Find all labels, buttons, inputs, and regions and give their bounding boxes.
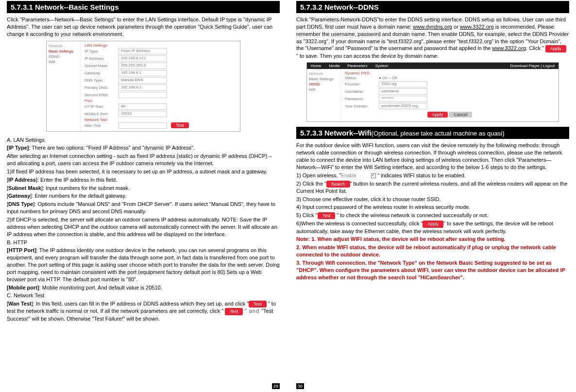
apply-inline-button[interactable]: Apply xyxy=(545,45,566,52)
page-number: 29 xyxy=(272,383,280,389)
page-left: 5.7.3.1 Network--Basic Settings Click "P… xyxy=(0,0,287,392)
section-title-ddns: 5.7.3.2 Network--DDNS xyxy=(296,1,569,13)
apply-wifi-button[interactable]: Apply xyxy=(423,221,443,227)
section-title-wifi: 5.7.3.3 Network--Wifi(Optional, please t… xyxy=(296,127,569,139)
test-inline-button-2[interactable]: Test xyxy=(225,308,243,315)
a-head: A. LAN Settings xyxy=(7,136,280,144)
enable-checkbox[interactable]: Enable xyxy=(341,172,376,179)
screenshot-basic: Network Basic Settings DDNS Wifi LAN Set… xyxy=(46,41,240,132)
section-title-basic: 5.7.3.1 Network--Basic Settings xyxy=(7,1,280,13)
test-wifi-button[interactable]: Test xyxy=(318,212,336,219)
intro-text: Click "Parameters—Network—Basic Settings… xyxy=(7,16,280,38)
test-inline-button[interactable]: Test xyxy=(249,301,267,307)
check-icon xyxy=(371,173,376,178)
screenshot-ddns: HomeMediaParametersSystem Download Playe… xyxy=(306,62,559,122)
apply-button[interactable]: Apply xyxy=(427,112,448,118)
ddns-para: Click "Parameters-Network-DDNS"to enter … xyxy=(296,16,569,59)
cancel-button[interactable]: Cancel xyxy=(449,112,472,118)
test-button[interactable]: Test xyxy=(171,122,189,128)
page-right: 5.7.3.2 Network--DDNS Click "Parameters-… xyxy=(287,0,576,392)
search-button[interactable]: Search xyxy=(326,181,350,187)
page-number: 30 xyxy=(296,383,304,389)
